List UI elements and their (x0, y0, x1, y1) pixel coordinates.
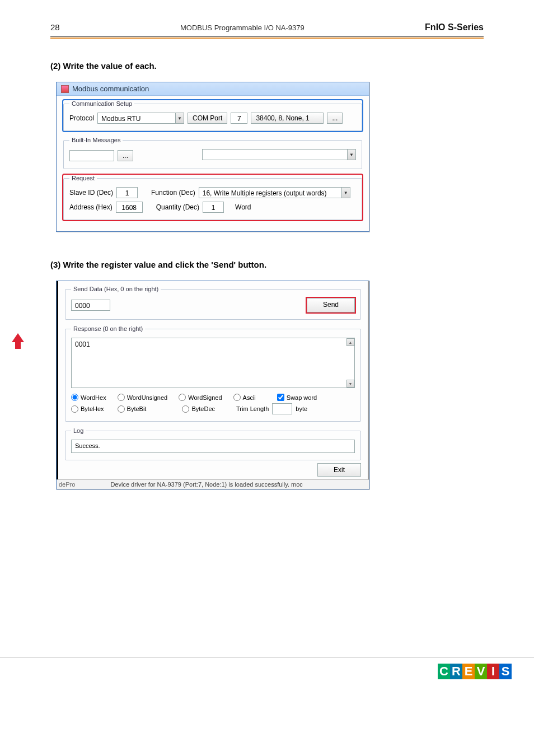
dots-button[interactable]: ... (327, 113, 343, 124)
request-fieldset: Request Slave ID (Dec) 1 Function (Dec) … (63, 175, 362, 220)
slave-id-input[interactable]: 1 (116, 187, 138, 198)
protocol-dropdown[interactable]: Modbus RTU (97, 113, 176, 124)
builtin-dots-button[interactable]: ... (118, 150, 133, 161)
send-legend: Send Data (Hex, 0 on the right) (71, 286, 161, 292)
step3-title: (3) Write the register value and click t… (50, 260, 484, 269)
builtin-dropdown[interactable] (202, 149, 348, 160)
radio-wordhex[interactable]: WordHex (71, 394, 106, 401)
trim-length-input[interactable] (272, 403, 292, 414)
address-input[interactable]: 1608 (116, 202, 143, 213)
scroll-down-icon[interactable]: ▼ (346, 380, 354, 388)
response-textarea[interactable]: 0001 ▲ ▼ (71, 338, 355, 388)
trim-length-label: Trim Length (236, 405, 269, 412)
communication-setup-fieldset: Communication Setup Protocol Modbus RTU▼… (63, 100, 362, 131)
request-legend: Request (69, 175, 97, 181)
comm-setup-legend: Communication Setup (69, 100, 134, 107)
radio-wordsigned[interactable]: WordSigned (179, 394, 222, 401)
status-bar: dePro Device driver for NA-9379 (Port:7,… (57, 479, 369, 489)
radio-bytedec[interactable]: ByteDec (182, 405, 215, 413)
send-data-fieldset: Send Data (Hex, 0 on the right) 0000 Sen… (65, 286, 361, 320)
protocol-label: Protocol (69, 114, 94, 122)
chevron-down-icon[interactable]: ▼ (175, 113, 184, 124)
send-data-input[interactable]: 0000 (71, 300, 110, 311)
comport-value[interactable]: 7 (231, 113, 247, 124)
up-arrow-icon (12, 333, 24, 350)
function-label: Function (Dec) (151, 189, 195, 197)
quantity-label: Quantity (Dec) (156, 203, 199, 211)
header-right: FnIO S-Series (425, 22, 484, 32)
send-button[interactable]: Send (307, 298, 355, 312)
header-center: MODBUS Programmable I/O NA-9379 (60, 24, 425, 32)
log-fieldset: Log Success. (65, 427, 361, 460)
radio-bytehex[interactable]: ByteHex (71, 405, 104, 413)
log-textarea: Success. (71, 440, 355, 453)
exit-button[interactable]: Exit (317, 463, 361, 477)
response-legend: Response (0 on the right) (71, 325, 145, 332)
chevron-down-icon[interactable]: ▼ (341, 187, 350, 198)
status-message: Device driver for NA-9379 (Port:7, Node:… (110, 481, 302, 488)
radio-wordunsigned[interactable]: WordUnsigned (118, 394, 168, 401)
crevis-logo: CREVIS (438, 664, 512, 679)
comport-button[interactable]: COM Port (188, 113, 227, 124)
radio-ascii[interactable]: Ascii (233, 394, 256, 401)
trim-suffix: byte (296, 405, 307, 412)
app-icon (61, 85, 69, 93)
page-number: 28 (50, 22, 60, 32)
builtin-input[interactable] (69, 150, 114, 161)
checkbox-swap-word[interactable]: Swap word (277, 394, 317, 401)
modbus-comm-window: Modbus communication Communication Setup… (56, 82, 369, 232)
builtin-messages-fieldset: Built-In Messages ... ▼ (63, 137, 362, 169)
radio-bytebit[interactable]: ByteBit (118, 405, 147, 413)
function-dropdown[interactable]: 16, Write Multiple registers (output wor… (199, 187, 342, 198)
quantity-unit: Word (235, 203, 251, 211)
chevron-down-icon[interactable]: ▼ (347, 149, 356, 160)
response-fieldset: Response (0 on the right) 0001 ▲ ▼ WordH… (65, 325, 361, 422)
slave-id-label: Slave ID (Dec) (69, 189, 113, 197)
builtin-legend: Built-In Messages (69, 137, 123, 143)
header-rule (50, 36, 484, 37)
scroll-up-icon[interactable]: ▲ (346, 338, 354, 346)
address-label: Address (Hex) (69, 203, 113, 211)
header-accent (50, 38, 484, 39)
status-left: dePro (59, 481, 75, 488)
log-legend: Log (71, 427, 86, 434)
send-dialog: Send Data (Hex, 0 on the right) 0000 Sen… (56, 281, 369, 489)
baud-button[interactable]: 38400, 8, None, 1 (251, 113, 324, 124)
step2-title: (2) Write the value of each. (50, 61, 484, 71)
quantity-input[interactable]: 1 (203, 202, 224, 213)
response-value: 0001 (75, 340, 90, 348)
window-title: Modbus communication (72, 85, 149, 93)
